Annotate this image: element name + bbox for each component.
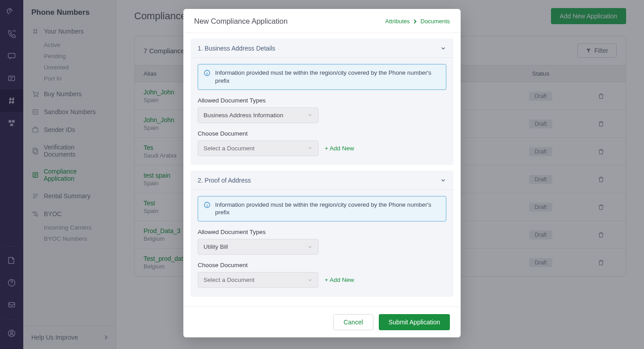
- select-value: Business Address Information: [203, 112, 284, 119]
- info-text: Information provided must be within the …: [215, 201, 441, 217]
- allowed-label: Allowed Document Types: [198, 97, 446, 104]
- section-header[interactable]: 1. Business Address Details: [191, 38, 453, 58]
- info-icon: [203, 201, 211, 217]
- crumb-documents[interactable]: Documents: [420, 18, 450, 25]
- section-heading: 2. Proof of Address: [198, 177, 251, 184]
- allowed-doc-type-select[interactable]: Business Address Information: [198, 107, 318, 123]
- allowed-doc-type-select[interactable]: Utility Bill: [198, 239, 318, 255]
- add-new-link[interactable]: + Add New: [325, 145, 354, 152]
- section-header[interactable]: 2. Proof of Address: [191, 170, 453, 190]
- choose-document-select[interactable]: Select a Document: [198, 272, 318, 288]
- chevron-right-icon: [413, 19, 417, 24]
- section-heading: 1. Business Address Details: [198, 45, 275, 52]
- select-placeholder: Select a Document: [203, 145, 254, 152]
- info-icon: [203, 69, 211, 85]
- submit-application-button[interactable]: Submit Application: [379, 314, 450, 330]
- info-box: Information provided must be within the …: [198, 196, 446, 222]
- select-placeholder: Select a Document: [203, 277, 254, 283]
- allowed-label: Allowed Document Types: [198, 229, 446, 235]
- add-new-link[interactable]: + Add New: [325, 277, 354, 283]
- modal-section-1: 1. Business Address DetailsInformation p…: [191, 38, 453, 165]
- info-text: Information provided must be within the …: [215, 69, 441, 85]
- crumb-attributes[interactable]: Attributes: [385, 18, 410, 25]
- chevron-down-icon: [307, 145, 313, 151]
- modal-breadcrumb: Attributes Documents: [385, 18, 450, 25]
- info-box: Information provided must be within the …: [198, 64, 446, 90]
- choose-document-select[interactable]: Select a Document: [198, 140, 318, 156]
- chevron-down-icon: [307, 277, 313, 283]
- chevron-down-icon: [440, 45, 446, 51]
- chevron-down-icon: [307, 112, 313, 118]
- chevron-down-icon: [307, 244, 313, 250]
- cancel-button[interactable]: Cancel: [333, 314, 373, 330]
- new-compliance-modal: New Compliance Application Attributes Do…: [183, 9, 461, 337]
- choose-label: Choose Document: [198, 130, 446, 137]
- choose-label: Choose Document: [198, 262, 446, 268]
- select-value: Utility Bill: [203, 243, 228, 250]
- chevron-down-icon: [440, 177, 446, 183]
- modal-title: New Compliance Application: [194, 17, 288, 26]
- modal-section-2: 2. Proof of AddressInformation provided …: [191, 170, 453, 297]
